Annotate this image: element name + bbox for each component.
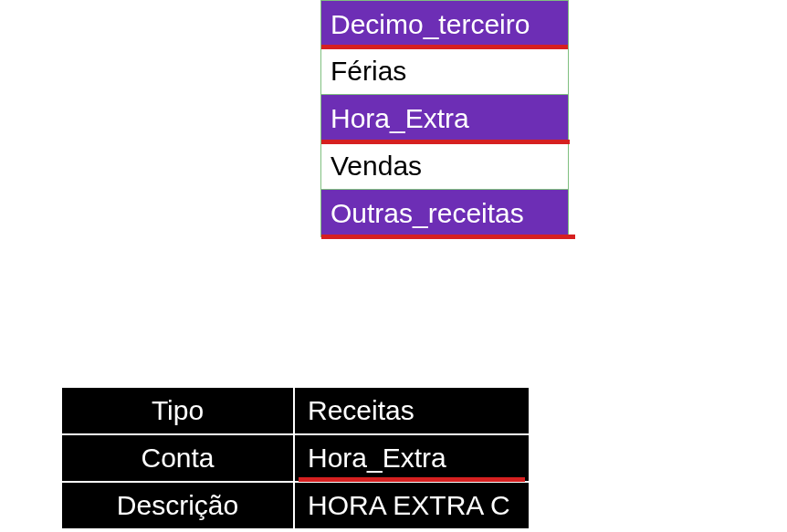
list-item[interactable]: Hora_Extra [320,95,569,142]
list-item-label: Hora_Extra [331,103,469,133]
table-label-cell: Conta [61,434,294,482]
table-row: ContaHora_Extra [61,434,530,482]
underline-annotation [299,477,525,482]
list-item[interactable]: Decimo_terceiro [320,0,569,47]
table-value-cell[interactable]: Receitas [294,387,530,434]
category-list: Decimo_terceiroFériasHora_ExtraVendasOut… [320,0,569,237]
table-value-cell[interactable]: Hora_Extra [294,434,530,482]
table-value-cell[interactable]: HORA EXTRA C [294,482,530,529]
underline-annotation [321,45,568,49]
underline-annotation [321,140,570,144]
detail-table: TipoReceitasContaHora_ExtraDescriçãoHORA… [60,386,530,530]
underline-annotation [321,235,575,239]
list-item[interactable]: Vendas [320,142,569,190]
table-label-cell: Tipo [61,387,294,434]
list-item[interactable]: Outras_receitas [320,190,569,237]
list-item-label: Decimo_terceiro [331,9,530,39]
table-label-cell: Descrição [61,482,294,529]
table-value-text: HORA EXTRA C [308,490,510,520]
table-row: TipoReceitas [61,387,530,434]
table-row: DescriçãoHORA EXTRA C [61,482,530,529]
table-value-text: Receitas [308,395,414,425]
list-item[interactable]: Férias [320,47,569,95]
list-item-label: Outras_receitas [331,198,524,228]
list-item-label: Vendas [331,151,422,181]
table-value-text: Hora_Extra [308,443,446,473]
list-item-label: Férias [331,56,406,86]
